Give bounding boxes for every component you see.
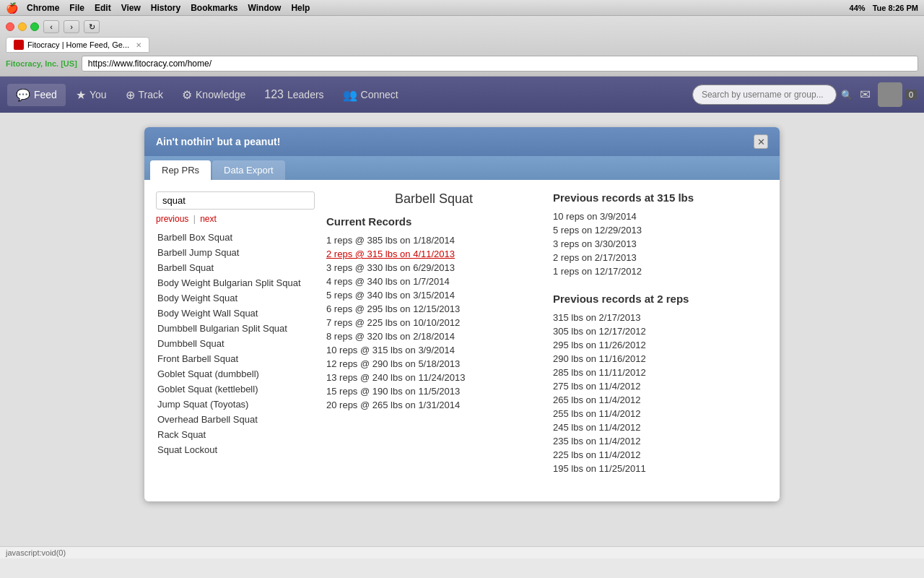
app-nav: 💬 Feed ★ You ⊕ Track ⚙ Knowledge 123 Lea… xyxy=(0,77,924,113)
notification-badge: 0 xyxy=(905,90,917,100)
knowledge-icon: ⚙ xyxy=(182,88,192,102)
browser-tab-active[interactable]: Fitocracy | Home Feed, Ge... ✕ xyxy=(6,37,149,53)
mac-menu-view[interactable]: View xyxy=(121,3,141,13)
tab-rep-prs[interactable]: Rep PRs xyxy=(150,160,211,180)
traffic-lights xyxy=(6,22,39,31)
exercise-item[interactable]: Jump Squat (Toyotas) xyxy=(156,397,315,412)
prev-record-item: 3 reps on 3/30/2013 xyxy=(553,237,768,251)
prev-record-item: 2 reps on 2/17/2013 xyxy=(553,251,768,264)
track-icon: ⊕ xyxy=(126,88,135,102)
search-input[interactable] xyxy=(692,85,837,105)
refresh-button[interactable]: ↻ xyxy=(84,20,100,33)
exercise-item[interactable]: Goblet Squat (dumbbell) xyxy=(156,366,315,381)
exercise-item[interactable]: Barbell Box Squat xyxy=(156,230,315,245)
exercise-item[interactable]: Dumbbell Bulgarian Split Squat xyxy=(156,321,315,336)
exercise-search-input[interactable] xyxy=(156,191,315,210)
previous-link[interactable]: previous xyxy=(156,214,188,224)
minimize-window-button[interactable] xyxy=(18,22,27,31)
exercise-item[interactable]: Body Weight Squat xyxy=(156,290,315,306)
tab-nav: Rep PRs Data Export xyxy=(144,156,780,180)
nav-you-label: You xyxy=(90,89,107,100)
exercise-sidebar: previous | next Barbell Box Squat Barbel… xyxy=(156,191,315,490)
record-item: 4 reps @ 340 lbs on 1/7/2014 xyxy=(326,275,541,288)
nav-connect[interactable]: 👥 Connect xyxy=(334,84,407,106)
nav-track[interactable]: ⊕ Track xyxy=(117,84,172,106)
exercise-section-title: Barbell Squat xyxy=(326,191,541,207)
current-records-section: Barbell Squat Current Records 1 reps @ 3… xyxy=(326,191,541,490)
nav-leaders[interactable]: 123 Leaders xyxy=(256,84,332,105)
nav-feed-label: Feed xyxy=(34,89,57,100)
exercise-item[interactable]: Front Barbell Squat xyxy=(156,351,315,366)
prev-section-2reps-heading: Previous records at 2 reps xyxy=(553,293,768,305)
mac-menu-window[interactable]: Window xyxy=(248,3,282,13)
record-item: 10 reps @ 315 lbs on 3/9/2014 xyxy=(326,343,541,357)
maximize-window-button[interactable] xyxy=(30,22,39,31)
mac-menu-chrome[interactable]: Chrome xyxy=(27,3,59,13)
modal-title: Ain't nothin' but a peanut! xyxy=(156,136,280,147)
browser-chrome: ‹ › ↻ Fitocracy | Home Feed, Ge... ✕ Fit… xyxy=(0,16,924,77)
record-link[interactable]: 2 reps @ 315 lbs on 4/11/2013 xyxy=(326,249,455,259)
exercise-item[interactable]: Goblet Squat (kettlebell) xyxy=(156,381,315,397)
prev-record-item: 10 reps on 3/9/2014 xyxy=(553,210,768,223)
exercise-item[interactable]: Barbell Jump Squat xyxy=(156,245,315,260)
exercise-item[interactable]: Body Weight Wall Squat xyxy=(156,306,315,321)
connect-icon: 👥 xyxy=(343,88,357,102)
content-body: previous | next Barbell Box Squat Barbel… xyxy=(144,180,780,501)
close-window-button[interactable] xyxy=(6,22,14,31)
main-content: Ain't nothin' but a peanut! ✕ Rep PRs Da… xyxy=(0,113,924,546)
exercise-item[interactable]: Squat Lockout xyxy=(156,442,315,457)
nav-you[interactable]: ★ You xyxy=(67,84,116,106)
exercise-item[interactable]: Overhead Barbell Squat xyxy=(156,412,315,427)
nav-feed[interactable]: 💬 Feed xyxy=(7,84,66,106)
record-item: 1 reps @ 385 lbs on 1/18/2014 xyxy=(326,233,541,247)
nav-knowledge[interactable]: ⚙ Knowledge xyxy=(173,84,254,106)
prev-record-item: 305 lbs on 12/17/2012 xyxy=(553,324,768,338)
tab-bar: Fitocracy | Home Feed, Ge... ✕ xyxy=(6,37,918,53)
mail-icon[interactable]: ✉ xyxy=(860,87,871,103)
record-item: 12 reps @ 290 lbs on 5/18/2013 xyxy=(326,357,541,371)
exercise-item[interactable]: Body Weight Bulgarian Split Squat xyxy=(156,275,315,290)
mac-menu-items: Chrome File Edit View History Bookmarks … xyxy=(27,3,310,13)
tab-close-button[interactable]: ✕ xyxy=(136,41,141,49)
prev-record-item: 285 lbs on 11/11/2012 xyxy=(553,366,768,379)
prev-section-2reps: Previous records at 2 reps 315 lbs on 2/… xyxy=(553,293,768,475)
record-item: 7 reps @ 225 lbs on 10/10/2012 xyxy=(326,316,541,329)
status-bar: javascript:void(0) xyxy=(0,546,924,558)
mac-menu-help[interactable]: Help xyxy=(291,3,310,13)
next-link[interactable]: next xyxy=(200,214,217,224)
exercise-list: Barbell Box Squat Barbell Jump Squat Bar… xyxy=(156,230,315,457)
mac-menu-history[interactable]: History xyxy=(151,3,180,13)
back-button[interactable]: ‹ xyxy=(43,20,59,33)
apple-menu[interactable]: 🍎 xyxy=(6,2,18,14)
prev-record-item: 265 lbs on 11/4/2012 xyxy=(553,393,768,407)
record-item: 5 reps @ 340 lbs on 3/15/2014 xyxy=(326,288,541,302)
record-item: 2 reps @ 315 lbs on 4/11/2013 xyxy=(326,247,541,261)
clock: Tue 8:26 PM xyxy=(873,4,918,12)
exercise-item[interactable]: Barbell Squat xyxy=(156,260,315,275)
mac-status-area: 44% Tue 8:26 PM xyxy=(850,4,918,12)
modal-panel: Ain't nothin' but a peanut! ✕ Rep PRs Da… xyxy=(144,127,780,501)
address-input[interactable] xyxy=(82,56,918,72)
modal-close-button[interactable]: ✕ xyxy=(754,134,768,149)
pagination-separator: | xyxy=(193,214,196,224)
mac-menu-file[interactable]: File xyxy=(69,3,84,13)
exercise-item[interactable]: Dumbbell Squat xyxy=(156,336,315,351)
prev-record-item: 5 reps on 12/29/2013 xyxy=(553,223,768,237)
avatar[interactable] xyxy=(878,82,902,107)
search-icon[interactable]: 🔍 xyxy=(841,90,853,100)
nav-knowledge-label: Knowledge xyxy=(196,89,245,100)
tab-data-export[interactable]: Data Export xyxy=(212,160,285,180)
prev-record-item: 235 lbs on 11/4/2012 xyxy=(553,434,768,448)
tab-favicon xyxy=(14,40,24,50)
feed-icon: 💬 xyxy=(16,88,30,102)
previous-records-section: Previous records at 315 lbs 10 reps on 3… xyxy=(553,191,768,490)
leaders-icon: 123 xyxy=(264,88,284,101)
exercise-item[interactable]: Rack Squat xyxy=(156,427,315,442)
mac-menu-edit[interactable]: Edit xyxy=(95,3,111,13)
address-bar: Fitocracy, Inc. [US] xyxy=(6,56,918,72)
forward-button[interactable]: › xyxy=(64,20,79,33)
pagination-links: previous | next xyxy=(156,214,315,224)
prev-record-item: 255 lbs on 11/4/2012 xyxy=(553,407,768,420)
mac-menu-bookmarks[interactable]: Bookmarks xyxy=(191,3,237,13)
prev-record-item: 195 lbs on 11/25/2011 xyxy=(553,462,768,475)
